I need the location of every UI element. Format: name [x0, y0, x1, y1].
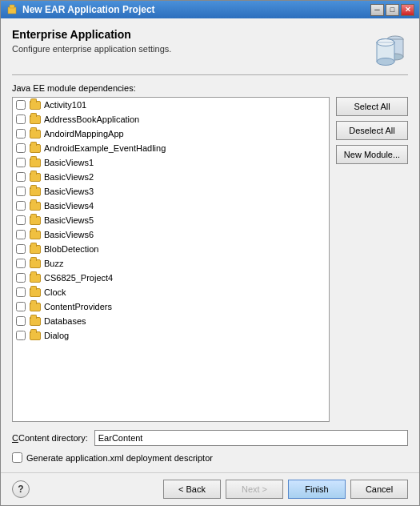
list-item-checkbox[interactable] [16, 331, 26, 340]
folder-icon [29, 315, 42, 327]
list-item[interactable]: BasicViews1 [13, 155, 329, 170]
folder-icon [29, 156, 42, 169]
list-item-label: Dialog [44, 331, 69, 340]
content-directory-input[interactable] [94, 430, 408, 446]
window-controls: ─ □ ✕ [370, 4, 414, 16]
list-item[interactable]: AndroidExample_EventHadling [13, 141, 329, 155]
list-item-checkbox[interactable] [16, 259, 26, 268]
new-module-button[interactable]: New Module... [336, 145, 408, 164]
window-icon [6, 3, 18, 16]
module-list-container: Activity101AddressBookApplicationAndoird… [12, 97, 330, 422]
next-button[interactable]: Next > [226, 480, 283, 499]
list-item[interactable]: Databases [13, 314, 329, 328]
minimize-button[interactable]: ─ [370, 4, 384, 16]
deselect-all-button[interactable]: Deselect All [336, 121, 408, 140]
help-button[interactable]: ? [12, 480, 30, 498]
window-title: New EAR Application Project [22, 4, 370, 15]
back-button[interactable]: < Back [163, 480, 221, 499]
list-item-checkbox[interactable] [16, 100, 26, 110]
list-item-checkbox[interactable] [16, 287, 26, 297]
folder-icon [29, 113, 42, 126]
svg-point-7 [377, 58, 394, 66]
module-list-scroll[interactable]: Activity101AddressBookApplicationAndoird… [13, 98, 329, 421]
page-title: Enterprise Application [12, 28, 171, 41]
folder-icon [29, 127, 42, 140]
generate-xml-checkbox[interactable] [12, 452, 22, 463]
generate-xml-label: Generate application.xml deployment desc… [26, 453, 213, 463]
list-item-checkbox[interactable] [16, 316, 26, 326]
list-item-label: BlobDetection [44, 244, 99, 254]
list-item-checkbox[interactable] [16, 215, 26, 225]
list-item-checkbox[interactable] [16, 230, 26, 239]
main-content: Enterprise Application Configure enterpr… [1, 18, 419, 472]
list-item-checkbox[interactable] [16, 244, 26, 254]
footer: ? < Back Next > Finish Cancel [1, 472, 419, 505]
side-buttons: Select All Deselect All New Module... [336, 97, 408, 422]
folder-icon [29, 271, 42, 284]
footer-right: < Back Next > Finish Cancel [163, 480, 408, 499]
list-item[interactable]: BlobDetection [13, 242, 329, 256]
close-button[interactable]: ✕ [401, 4, 414, 16]
list-item-checkbox[interactable] [16, 187, 26, 196]
list-item-label: BasicViews6 [44, 230, 94, 239]
list-item-checkbox[interactable] [16, 129, 26, 139]
svg-rect-1 [10, 5, 14, 8]
header-section: Enterprise Application Configure enterpr… [12, 28, 408, 66]
list-item-label: Databases [44, 316, 86, 326]
list-item-checkbox[interactable] [16, 302, 26, 311]
folder-icon [29, 329, 42, 342]
list-item[interactable]: Clock [13, 285, 329, 299]
select-all-button[interactable]: Select All [336, 97, 408, 116]
list-item-label: CS6825_Project4 [44, 273, 113, 283]
list-item-label: BasicViews1 [44, 158, 94, 167]
list-item-checkbox[interactable] [16, 114, 26, 124]
folder-icon [29, 300, 42, 313]
list-item-label: AndroidExample_EventHadling [44, 143, 166, 153]
footer-left: ? [12, 480, 30, 498]
module-dependencies: Activity101AddressBookApplicationAndoird… [12, 97, 408, 422]
module-section: Java EE module dependencies: Activity101… [12, 83, 408, 422]
finish-button[interactable]: Finish [288, 480, 346, 499]
list-item[interactable]: BasicViews5 [13, 213, 329, 227]
list-item[interactable]: ContentProviders [13, 299, 329, 314]
folder-icon [29, 199, 42, 212]
header-icon [370, 28, 408, 66]
folder-icon [29, 257, 42, 270]
list-item[interactable]: BasicViews2 [13, 170, 329, 184]
list-item[interactable]: Buzz [13, 256, 329, 271]
folder-icon [29, 243, 42, 255]
content-directory-label: CContent directory: [12, 433, 88, 443]
section-divider [12, 74, 408, 75]
list-item-label: Activity101 [44, 100, 86, 110]
page-subtitle: Configure enterprise application setting… [12, 44, 171, 54]
folder-icon [29, 228, 42, 241]
list-item-label: Buzz [44, 259, 63, 268]
list-item-label: BasicViews2 [44, 172, 94, 182]
list-item-checkbox[interactable] [16, 158, 26, 167]
list-item[interactable]: Activity101 [13, 98, 329, 112]
list-item[interactable]: BasicViews4 [13, 199, 329, 213]
list-item[interactable]: Dialog [13, 328, 329, 343]
list-item[interactable]: AddressBookApplication [13, 112, 329, 127]
folder-icon [29, 171, 42, 183]
list-item-checkbox[interactable] [16, 143, 26, 153]
bottom-section: CContent directory: Generate application… [12, 430, 408, 463]
list-item[interactable]: BasicViews6 [13, 227, 329, 242]
folder-icon [29, 286, 42, 299]
maximize-button[interactable]: □ [386, 4, 399, 16]
folder-icon [29, 98, 42, 111]
generate-xml-row: Generate application.xml deployment desc… [12, 452, 408, 463]
cancel-button[interactable]: Cancel [350, 480, 408, 499]
list-item[interactable]: BasicViews3 [13, 184, 329, 199]
folder-icon [29, 142, 42, 155]
list-item-checkbox[interactable] [16, 273, 26, 283]
list-item-label: Clock [44, 287, 66, 297]
list-item-label: BasicViews4 [44, 201, 94, 211]
list-item-label: AddressBookApplication [44, 114, 139, 124]
list-item-checkbox[interactable] [16, 172, 26, 182]
folder-icon [29, 185, 42, 198]
list-item-label: BasicViews5 [44, 215, 94, 225]
list-item[interactable]: AndoirdMappingApp [13, 127, 329, 141]
list-item-checkbox[interactable] [16, 201, 26, 211]
list-item[interactable]: CS6825_Project4 [13, 271, 329, 285]
